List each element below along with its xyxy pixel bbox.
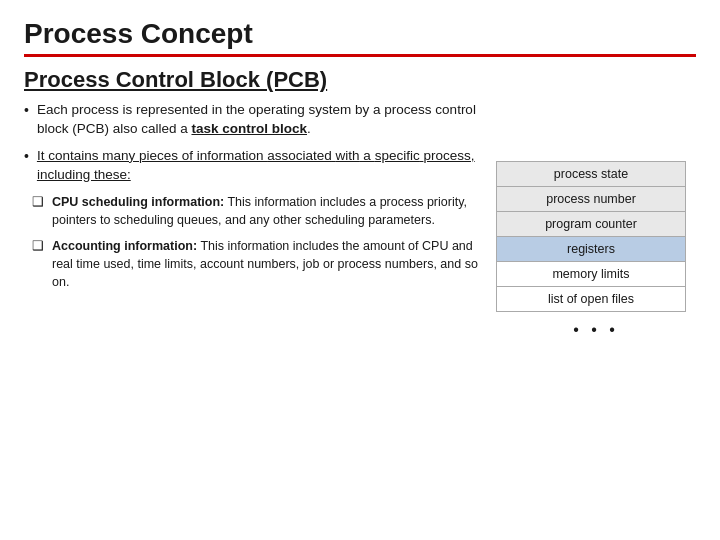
- pcb-cell-memory-limits: memory limits: [497, 262, 686, 287]
- pcb-dots: • • •: [496, 315, 696, 345]
- right-pcb-diagram: process state process number program cou…: [496, 101, 696, 528]
- sub-bullet-1: ❑: [32, 194, 44, 229]
- sub1-label: CPU scheduling information:: [52, 195, 224, 209]
- process-word: process,: [423, 148, 474, 163]
- pcb-row-registers: registers: [497, 237, 686, 262]
- with-word: with: [336, 148, 360, 163]
- sub-item-2: ❑ Accounting information: This informati…: [24, 237, 484, 291]
- content-area: • Each process is represented in the ope…: [24, 101, 696, 528]
- pcb-cell-registers: registers: [497, 237, 686, 262]
- sub-item-1: ❑ CPU scheduling information: This infor…: [24, 193, 484, 229]
- pcb-table: process state process number program cou…: [496, 161, 686, 312]
- left-content: • Each process is represented in the ope…: [24, 101, 484, 528]
- pcb-cell-process-number: process number: [497, 187, 686, 212]
- bullet2-underlined: It contains many pieces of information a…: [37, 148, 475, 163]
- sub-text-1: CPU scheduling information: This informa…: [52, 193, 484, 229]
- section-title: Process Control Block (PCB): [24, 67, 696, 93]
- title-underline: [24, 54, 696, 57]
- pcb-row-program-counter: program counter: [497, 212, 686, 237]
- bullet-dot-1: •: [24, 102, 29, 139]
- sub2-label: Accounting information:: [52, 239, 197, 253]
- including-these: including these:: [37, 167, 131, 182]
- pcb-cell-process-state: process state: [497, 162, 686, 187]
- bullet-item-2: • It contains many pieces of information…: [24, 147, 484, 185]
- main-title: Process Concept: [24, 18, 696, 50]
- task-control-block-label: task control block: [191, 121, 307, 136]
- sub-bullet-2: ❑: [32, 238, 44, 291]
- pcb-row-process-state: process state: [497, 162, 686, 187]
- sub-text-2: Accounting information: This information…: [52, 237, 484, 291]
- bullet-text-1: Each process is represented in the opera…: [37, 101, 484, 139]
- bullet-item-1: • Each process is represented in the ope…: [24, 101, 484, 139]
- bullet-dot-2: •: [24, 148, 29, 185]
- page-container: Process Concept Process Control Block (P…: [0, 0, 720, 540]
- pcb-cell-open-files: list of open files: [497, 287, 686, 312]
- bullet-text-2: It contains many pieces of information a…: [37, 147, 475, 185]
- pcb-row-memory-limits: memory limits: [497, 262, 686, 287]
- associated-with: associated: [267, 148, 332, 163]
- specific-word: specific: [375, 148, 420, 163]
- pcb-row-process-number: process number: [497, 187, 686, 212]
- pcb-cell-program-counter: program counter: [497, 212, 686, 237]
- pcb-row-open-files: list of open files: [497, 287, 686, 312]
